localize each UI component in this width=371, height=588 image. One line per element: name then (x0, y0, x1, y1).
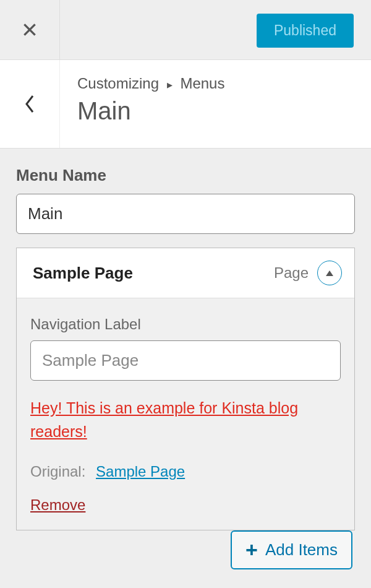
breadcrumb-parent[interactable]: Menus (180, 75, 224, 92)
plus-icon: + (245, 545, 258, 555)
chevron-up-icon (325, 269, 334, 277)
menu-item: Sample Page Page Navigation Label Hey! T… (16, 248, 355, 530)
navigation-label-label: Navigation Label (30, 316, 341, 333)
remove-link[interactable]: Remove (30, 496, 85, 514)
menu-item-body: Navigation Label Hey! This is an example… (17, 298, 354, 530)
breadcrumb-text: Customizing ▸ Menus Main (60, 60, 231, 148)
breadcrumb-root: Customizing (77, 75, 159, 92)
menu-item-header[interactable]: Sample Page Page (17, 248, 354, 298)
back-button[interactable] (0, 60, 60, 148)
breadcrumb: Customizing ▸ Menus (77, 75, 224, 92)
close-icon (22, 22, 38, 38)
original-row: Original: Sample Page (30, 463, 341, 480)
menu-item-type: Page (274, 264, 309, 282)
svg-marker-2 (326, 270, 333, 276)
menu-name-label: Menu Name (16, 166, 355, 185)
publish-button[interactable]: Published (257, 14, 354, 48)
customizer-body: Menu Name Sample Page Page Navigation La… (0, 149, 371, 548)
add-items-button[interactable]: + Add Items (231, 530, 352, 569)
original-label: Original: (30, 463, 85, 480)
page-title: Main (77, 97, 224, 125)
add-items-label: Add Items (265, 540, 338, 560)
description-link[interactable]: Hey! This is an example for Kinsta blog … (30, 397, 341, 443)
original-link[interactable]: Sample Page (96, 463, 185, 480)
navigation-label-input[interactable] (30, 340, 341, 381)
collapse-toggle[interactable] (317, 261, 342, 285)
chevron-left-icon (23, 94, 36, 114)
close-button[interactable] (0, 0, 60, 60)
breadcrumb-arrow-icon: ▸ (167, 79, 173, 91)
menu-name-input[interactable] (16, 194, 355, 234)
menu-item-title: Sample Page (33, 264, 274, 283)
breadcrumb-panel: Customizing ▸ Menus Main (0, 60, 371, 149)
top-bar: Published (0, 0, 371, 60)
